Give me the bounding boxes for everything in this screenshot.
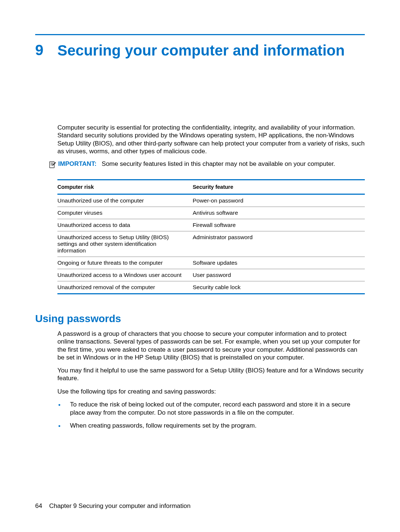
table-row: Unauthorized access to Setup Utility (BI… — [57, 231, 365, 257]
page-number: 64 — [35, 502, 42, 509]
cell-feature: Administrator password — [193, 231, 365, 257]
passwords-p2: You may find it helpful to use the same … — [57, 367, 365, 382]
header-feature: Security feature — [193, 180, 365, 194]
section-heading-passwords: Using passwords — [35, 313, 365, 325]
cell-feature: Security cable lock — [193, 281, 365, 294]
table-row: Computer viruses Antivirus software — [57, 207, 365, 219]
cell-risk: Ongoing or future threats to the compute… — [57, 257, 193, 269]
cell-feature: Antivirus software — [193, 207, 365, 219]
cell-risk: Unauthorized access to data — [57, 219, 193, 231]
cell-feature: Power-on password — [193, 194, 365, 207]
cell-risk: Computer viruses — [57, 207, 193, 219]
note-icon — [49, 161, 57, 169]
list-item: To reduce the risk of being locked out o… — [57, 401, 365, 417]
table-row: Unauthorized access to data Firewall sof… — [57, 219, 365, 231]
cell-feature: Software updates — [193, 257, 365, 269]
table-row: Ongoing or future threats to the compute… — [57, 257, 365, 269]
header-risk: Computer risk — [57, 180, 193, 194]
chapter-title: Securing your computer and information — [57, 42, 345, 59]
cell-risk: Unauthorized removal of the computer — [57, 281, 193, 294]
important-text: Some security features listed in this ch… — [102, 160, 335, 168]
cell-risk: Unauthorized access to Setup Utility (BI… — [57, 231, 193, 257]
page-footer: 64 Chapter 9 Securing your computer and … — [35, 502, 190, 510]
cell-feature: Firewall software — [193, 219, 365, 231]
table-row: Unauthorized access to a Windows user ac… — [57, 269, 365, 281]
security-table: Computer risk Security feature Unauthori… — [57, 179, 365, 294]
passwords-tips-list: To reduce the risk of being locked out o… — [57, 401, 365, 430]
top-rule — [35, 34, 365, 35]
table-row: Unauthorized use of the computer Power-o… — [57, 194, 365, 207]
cell-risk: Unauthorized use of the computer — [57, 194, 193, 207]
passwords-p3: Use the following tips for creating and … — [57, 388, 365, 395]
cell-risk: Unauthorized access to a Windows user ac… — [57, 269, 193, 281]
important-note: IMPORTANT: Some security features listed… — [49, 160, 365, 169]
intro-paragraph: Computer security is essential for prote… — [57, 124, 365, 155]
footer-label: Chapter 9 Securing your computer and inf… — [49, 502, 191, 509]
list-item: When creating passwords, follow requirem… — [57, 422, 365, 430]
chapter-heading: 9 Securing your computer and information — [35, 42, 365, 59]
table-header-row: Computer risk Security feature — [57, 180, 365, 194]
cell-feature: User password — [193, 269, 365, 281]
table-row: Unauthorized removal of the computer Sec… — [57, 281, 365, 294]
passwords-p1: A password is a group of characters that… — [57, 330, 365, 361]
chapter-number: 9 — [35, 42, 57, 58]
important-label: IMPORTANT: — [58, 160, 97, 168]
